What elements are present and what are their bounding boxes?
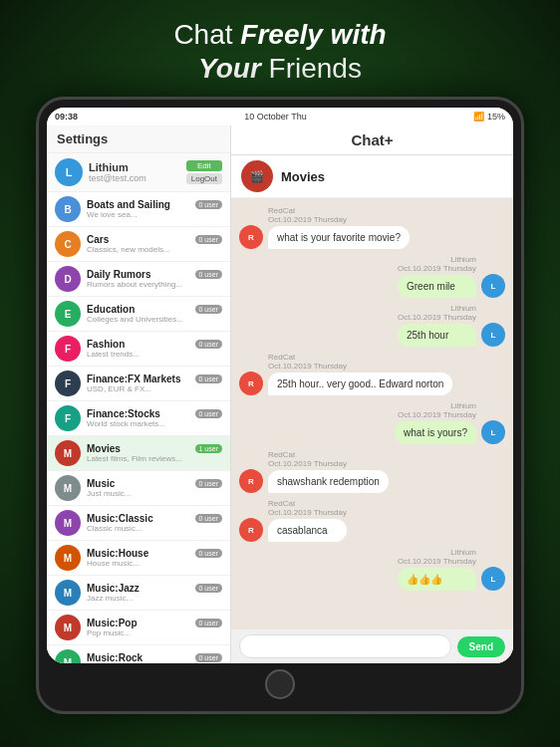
user-buttons: Edit LogOut <box>186 160 222 184</box>
sidebar-avatar: M <box>55 615 81 640</box>
sidebar-item-sub: Classics, new models... <box>87 245 222 254</box>
sidebar-item-header: Finance:Stocks 0 user <box>87 408 222 419</box>
sidebar-item-content: Finance:FX Markets 0 user USD, EUR & FX.… <box>87 374 222 393</box>
headline-bold-freely: Freely with <box>240 19 386 50</box>
status-right-icons: 📶 15% <box>473 112 505 122</box>
sidebar-item[interactable]: F Fashion 0 user Latest trends... <box>47 332 230 367</box>
sidebar-item-name: Daily Rumors <box>87 269 150 280</box>
sidebar-item-name: Fashion <box>87 339 125 350</box>
sidebar-item[interactable]: C Cars 0 user Classics, new models... <box>47 227 230 262</box>
sidebar-item-content: Education 0 user Colleges and Universiti… <box>87 304 222 324</box>
sidebar-item-content: Boats and Sailing 0 user We love sea... <box>87 199 222 219</box>
sidebar-item[interactable]: D Daily Rumors 0 user Rumors about every… <box>47 262 230 297</box>
device: 09:38 10 October Thu 📶 15% Settings L Li… <box>36 97 524 714</box>
sidebar-badge: 0 user <box>195 305 222 314</box>
sidebar-item-header: Music:Rock 0 user <box>87 652 222 663</box>
msg-bubble: what is your favorite movie? <box>268 226 410 249</box>
sidebar-item[interactable]: B Boats and Sailing 0 user We love sea..… <box>47 192 230 227</box>
sidebar-item-content: Fashion 0 user Latest trends... <box>87 339 222 359</box>
msg-content: LithiumOct.10.2019 Thursday 25th hour <box>398 304 476 347</box>
sidebar-item-sub: Rumors about everything... <box>87 280 222 289</box>
msg-avatar: R <box>239 469 263 493</box>
sidebar-item-name: Finance:Stocks <box>87 408 160 419</box>
msg-avatar: L <box>481 420 505 444</box>
sidebar-item-content: Music:Jazz 0 user Jazz music... <box>87 583 222 603</box>
sidebar-item-name: Finance:FX Markets <box>87 374 180 384</box>
channel-header: 🎬 Movies <box>231 155 513 198</box>
sidebar-item-header: Movies 1 user <box>87 443 222 454</box>
sidebar-item-header: Music:Jazz 0 user <box>87 583 222 594</box>
home-button[interactable] <box>265 669 295 699</box>
sidebar-item[interactable]: M Movies 1 user Latest films, Film revie… <box>47 436 230 471</box>
sidebar-badge: 0 user <box>195 340 222 349</box>
chat-input[interactable] <box>239 634 451 658</box>
sidebar-item[interactable]: M Music:Jazz 0 user Jazz music... <box>47 576 230 611</box>
msg-avatar: L <box>481 567 505 591</box>
sidebar-item[interactable]: E Education 0 user Colleges and Universi… <box>47 297 230 332</box>
sidebar-item-content: Movies 1 user Latest films, Film reviews… <box>87 443 222 463</box>
headline-bold-your: Your <box>198 53 261 84</box>
msg-avatar: R <box>239 225 263 249</box>
sidebar-badge: 0 user <box>195 270 222 279</box>
msg-sender-time: LithiumOct.10.2019 Thursday <box>398 548 476 566</box>
sidebar-avatar: D <box>55 266 81 292</box>
msg-avatar: L <box>481 323 505 347</box>
chat-panel: Chat+ 🎬 Movies R RedCatOct.10.2019 Thurs… <box>231 125 513 663</box>
sidebar-item-content: Daily Rumors 0 user Rumors about everyth… <box>87 269 222 289</box>
user-name: Lithium <box>89 161 186 173</box>
msg-bubble: shawshank redemption <box>268 470 389 493</box>
sidebar-item-name: Music <box>87 478 115 489</box>
sidebar-avatar: E <box>55 301 81 327</box>
device-bottom <box>47 663 513 703</box>
sidebar-item-name: Music:Jazz <box>87 583 140 594</box>
msg-bubble: 25th hour <box>398 324 476 347</box>
sidebar-avatar: M <box>55 475 81 501</box>
msg-content: RedCatOct.10.2019 Thursday 25th hour.. v… <box>268 353 452 395</box>
sidebar-item-content: Finance:Stocks 0 user World stock market… <box>87 408 222 428</box>
message-row: R RedCatOct.10.2019 Thursday casablanca <box>239 499 505 542</box>
app-container: Settings L Lithium test@test.com Edit Lo… <box>47 125 513 663</box>
msg-sender-time: RedCatOct.10.2019 Thursday <box>268 450 389 468</box>
sidebar-item-header: Education 0 user <box>87 304 222 315</box>
sidebar-badge: 0 user <box>195 619 222 627</box>
sidebar-item-sub: Classic music... <box>87 524 222 533</box>
sidebar-item[interactable]: M Music:Classic 0 user Classic music... <box>47 506 230 541</box>
sidebar-item-sub: Jazz music... <box>87 594 222 603</box>
sidebar-item[interactable]: M Music:House 0 user House music... <box>47 541 230 576</box>
send-button[interactable]: Send <box>457 636 505 657</box>
sidebar-user-row: L Lithium test@test.com Edit LogOut <box>47 153 230 192</box>
sidebar-badge: 0 user <box>195 584 222 593</box>
sidebar-avatar: F <box>55 371 81 396</box>
sidebar-item[interactable]: F Finance:Stocks 0 user World stock mark… <box>47 401 230 436</box>
msg-content: LithiumOct.10.2019 Thursday Green mile <box>398 255 476 298</box>
message-row: R RedCatOct.10.2019 Thursday shawshank r… <box>239 450 505 493</box>
sidebar-badge: 0 user <box>195 235 222 244</box>
message-row: L LithiumOct.10.2019 Thursday 25th hour <box>239 304 505 347</box>
chat-header: Chat+ <box>231 125 513 155</box>
sidebar-item[interactable]: M Music 0 user Just music... <box>47 471 230 506</box>
edit-button[interactable]: Edit <box>186 160 222 171</box>
message-row: L LithiumOct.10.2019 Thursday what is yo… <box>239 401 505 444</box>
status-date: 10 October Thu <box>244 112 306 122</box>
sidebar-item-sub: Just music... <box>87 489 222 498</box>
msg-content: LithiumOct.10.2019 Thursday what is your… <box>395 401 476 444</box>
sidebar-item[interactable]: F Finance:FX Markets 0 user USD, EUR & F… <box>47 367 230 401</box>
headline: Chat Freely with Your Friends <box>153 0 406 97</box>
logout-button[interactable]: LogOut <box>186 173 222 184</box>
msg-bubble: 👍👍👍 <box>398 568 476 591</box>
sidebar-list: B Boats and Sailing 0 user We love sea..… <box>47 192 230 663</box>
sidebar-item-header: Music:Classic 0 user <box>87 513 222 524</box>
sidebar-badge: 1 user <box>195 444 222 453</box>
sidebar-badge: 0 user <box>195 514 222 523</box>
sidebar-item[interactable]: M Music:Pop 0 user Pop music... <box>47 611 230 645</box>
sidebar-badge: 0 user <box>195 200 222 209</box>
sidebar-item-name: Education <box>87 304 135 315</box>
sidebar-item-sub: World stock markets... <box>87 419 222 428</box>
chat-messages: R RedCatOct.10.2019 Thursday what is you… <box>231 198 513 629</box>
sidebar-item[interactable]: M Music:Rock 0 user Rock music... <box>47 645 230 663</box>
msg-avatar: R <box>239 518 263 542</box>
sidebar-item-header: Music:Pop 0 user <box>87 618 222 628</box>
sidebar-item-sub: Latest films, Film reviews... <box>87 454 222 463</box>
sidebar-item-name: Cars <box>87 234 109 245</box>
sidebar-item-content: Cars 0 user Classics, new models... <box>87 234 222 254</box>
